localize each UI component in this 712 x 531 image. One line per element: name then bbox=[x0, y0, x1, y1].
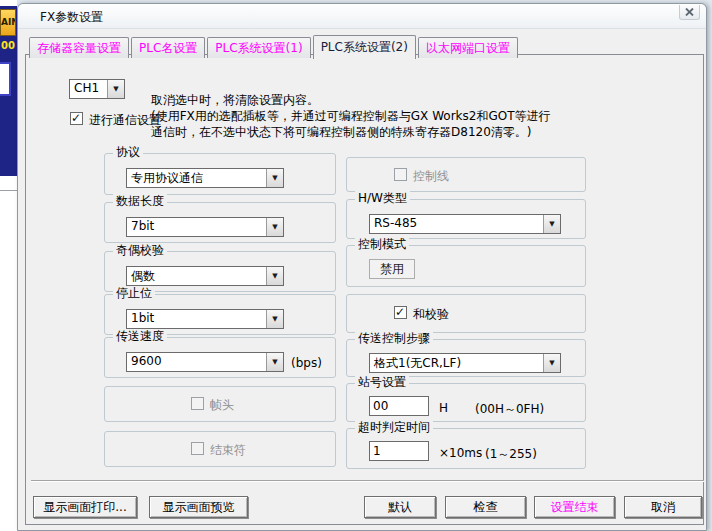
group-hw-type-label: H/W类型 bbox=[355, 191, 410, 206]
channel-value: CH1 bbox=[70, 80, 107, 98]
comm-setting-checkbox[interactable]: ✓ bbox=[70, 112, 83, 125]
close-icon bbox=[685, 8, 694, 16]
hw-type-dropdown-button[interactable]: ▼ bbox=[543, 215, 560, 233]
protocol-dropdown-button[interactable]: ▼ bbox=[266, 169, 283, 187]
background-label-badge: AIN bbox=[0, 9, 16, 36]
protocol-value: 专用协议通信 bbox=[127, 169, 266, 187]
baud-rate-dropdown-button[interactable]: ▼ bbox=[266, 353, 283, 371]
default-button[interactable]: 默认 bbox=[364, 496, 436, 518]
chevron-down-icon: ▼ bbox=[272, 175, 277, 182]
timeout-unit-label: ×10ms bbox=[439, 446, 482, 460]
data-length-value: 7bit bbox=[127, 218, 266, 236]
tab-ethernet-port[interactable]: 以太网端口设置 bbox=[418, 37, 518, 58]
station-number-unit-label: H bbox=[439, 401, 448, 415]
end-setup-button[interactable]: 设置结束 bbox=[534, 496, 615, 518]
dialog-title: FX参数设置 bbox=[40, 9, 103, 26]
check-button[interactable]: 检查 bbox=[445, 496, 526, 518]
separator bbox=[31, 480, 704, 482]
control-mode-value: 禁用 bbox=[369, 259, 415, 279]
group-stop-bit-label: 停止位 bbox=[113, 286, 155, 301]
station-number-range-label: (00H～0FH) bbox=[475, 401, 544, 418]
group-transmission-control-label: 传送控制步骤 bbox=[355, 331, 433, 346]
group-baud-rate-label: 传送速度 bbox=[113, 329, 167, 344]
transmission-control-value: 格式1(无CR,LF) bbox=[370, 354, 543, 372]
chevron-down-icon: ▼ bbox=[113, 86, 118, 93]
sum-check-checkbox[interactable]: ✓ bbox=[394, 306, 407, 319]
stop-bit-dropdown-button[interactable]: ▼ bbox=[266, 310, 283, 328]
background-white-box bbox=[0, 62, 11, 96]
stop-bit-value: 1bit bbox=[127, 310, 266, 328]
data-length-select[interactable]: 7bit ▼ bbox=[126, 217, 284, 237]
baud-rate-unit-label: (bps) bbox=[291, 356, 322, 370]
baud-rate-select[interactable]: 9600 ▼ bbox=[126, 352, 284, 372]
group-control-line bbox=[346, 157, 586, 192]
group-timeout-label: 超时判定时间 bbox=[355, 420, 433, 435]
group-protocol-label: 协议 bbox=[113, 145, 143, 160]
check-icon: ✓ bbox=[395, 305, 405, 319]
group-parity-label: 奇偶校验 bbox=[113, 243, 167, 258]
background-partial-text: 00 bbox=[1, 40, 17, 51]
tab-plc-name[interactable]: PLC名设置 bbox=[131, 37, 205, 58]
baud-rate-value: 9600 bbox=[127, 353, 266, 371]
header-checkbox bbox=[191, 397, 204, 410]
check-icon: ✓ bbox=[71, 111, 81, 125]
parity-select[interactable]: 偶数 ▼ bbox=[126, 266, 284, 286]
tab-plc-system-1[interactable]: PLC系统设置(1) bbox=[207, 37, 310, 58]
terminator-checkbox-label: 结束符 bbox=[210, 442, 246, 459]
header-checkbox-label: 帧头 bbox=[210, 397, 234, 414]
fx-parameter-dialog: FX参数设置 存储器容量设置 PLC名设置 PLC系统设置(1) PLC系统设置… bbox=[17, 3, 707, 531]
transmission-control-dropdown-button[interactable]: ▼ bbox=[543, 354, 560, 372]
control-line-checkbox-label: 控制线 bbox=[413, 168, 449, 185]
description-text: 取消选中时，将清除设置内容。 (使用FX用的选配插板等，并通过可编程控制器与GX… bbox=[151, 92, 621, 140]
timeout-range-label: (1～255) bbox=[485, 446, 537, 463]
terminator-checkbox bbox=[191, 442, 204, 455]
description-line-3: 通信时，在不选中状态下将可编程控制器侧的特殊寄存器D8120清零。) bbox=[151, 124, 621, 140]
chevron-down-icon: ▼ bbox=[272, 359, 277, 366]
hw-type-select[interactable]: RS-485 ▼ bbox=[369, 214, 561, 234]
chevron-down-icon: ▼ bbox=[272, 316, 277, 323]
parity-value: 偶数 bbox=[127, 267, 266, 285]
data-length-dropdown-button[interactable]: ▼ bbox=[266, 218, 283, 236]
timeout-input[interactable] bbox=[369, 441, 429, 461]
screen-preview-button[interactable]: 显示画面预览 bbox=[149, 496, 248, 518]
tab-bar: 存储器容量设置 PLC名设置 PLC系统设置(1) PLC系统设置(2) 以太网… bbox=[29, 34, 520, 58]
screenshot-root: AIN 00 FX参数设置 存储器容量设置 PLC名设置 PLC系统设置(1) … bbox=[0, 0, 712, 531]
channel-select[interactable]: CH1 ▼ bbox=[69, 79, 125, 99]
hw-type-value: RS-485 bbox=[370, 215, 543, 233]
chevron-down-icon: ▼ bbox=[272, 224, 277, 231]
protocol-select[interactable]: 专用协议通信 ▼ bbox=[126, 168, 284, 188]
cancel-button[interactable]: 取消 bbox=[624, 496, 702, 518]
dialog-title-bar[interactable]: FX参数设置 bbox=[18, 4, 706, 29]
screen-print-button[interactable]: 显示画面打印... bbox=[33, 496, 137, 518]
sum-check-label[interactable]: 和校验 bbox=[413, 306, 449, 323]
chevron-down-icon: ▼ bbox=[549, 360, 554, 367]
group-sum-check bbox=[346, 294, 586, 333]
transmission-control-select[interactable]: 格式1(无CR,LF) ▼ bbox=[369, 353, 561, 373]
parity-dropdown-button[interactable]: ▼ bbox=[266, 267, 283, 285]
channel-dropdown-button[interactable]: ▼ bbox=[107, 80, 124, 98]
description-line-1: 取消选中时，将清除设置内容。 bbox=[151, 92, 621, 108]
control-line-checkbox bbox=[394, 168, 407, 181]
background-divider bbox=[0, 190, 17, 191]
group-station-number-label: 站号设置 bbox=[355, 375, 409, 390]
stop-bit-select[interactable]: 1bit ▼ bbox=[126, 309, 284, 329]
tab-memory-capacity[interactable]: 存储器容量设置 bbox=[29, 37, 129, 58]
background-window: AIN 00 bbox=[0, 0, 17, 531]
close-button[interactable] bbox=[679, 5, 700, 20]
chevron-down-icon: ▼ bbox=[272, 273, 277, 280]
chevron-down-icon: ▼ bbox=[549, 221, 554, 228]
description-line-2: (使用FX用的选配插板等，并通过可编程控制器与GX Works2和GOT等进行 bbox=[151, 108, 621, 124]
group-control-mode-label: 控制模式 bbox=[355, 237, 409, 252]
group-data-length-label: 数据长度 bbox=[113, 194, 167, 209]
tab-plc-system-2[interactable]: PLC系统设置(2) bbox=[313, 35, 416, 59]
station-number-input[interactable] bbox=[369, 396, 429, 416]
